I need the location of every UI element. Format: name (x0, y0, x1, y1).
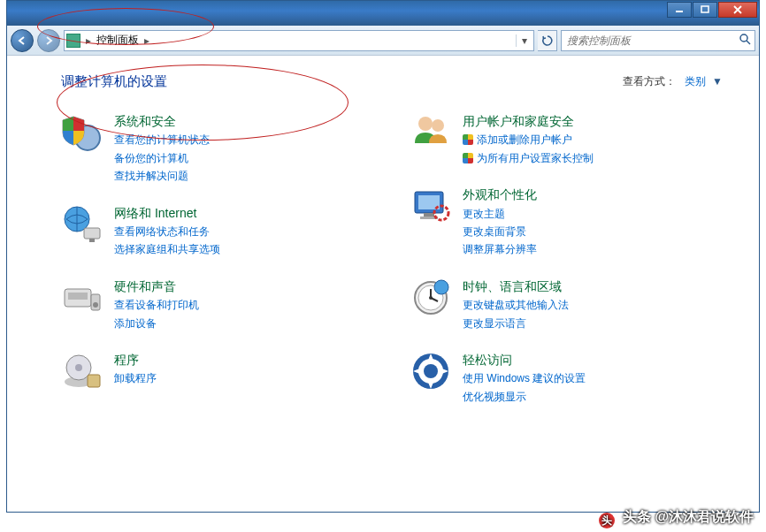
svg-point-2 (740, 34, 747, 42)
category-title[interactable]: 用户帐户和家庭安全 (463, 114, 574, 128)
category-appearance: 外观和个性化更改主题更改桌面背景调整屏幕分辨率 (410, 185, 723, 259)
svg-rect-0 (676, 11, 683, 12)
svg-line-3 (747, 41, 750, 44)
category-link[interactable]: 查看您的计算机状态 (114, 131, 210, 148)
search-box[interactable] (561, 30, 755, 51)
category-link[interactable]: 更改显示语言 (463, 315, 569, 332)
address-dropdown[interactable]: ▾ (516, 34, 532, 47)
view-by-value[interactable]: 类别 (685, 75, 706, 87)
chevron-down-icon[interactable]: ▼ (712, 75, 723, 87)
category-link[interactable]: 查找并解决问题 (114, 167, 210, 185)
breadcrumb-separator[interactable]: ▸ (142, 34, 151, 47)
category-ease-access: 轻松访问使用 Windows 建议的设置优化视频显示 (410, 350, 723, 406)
view-by-label: 查看方式： (623, 75, 676, 87)
ease-access-icon (410, 350, 452, 392)
breadcrumb-root[interactable]: 控制面板 (96, 33, 139, 48)
system-security-icon (61, 111, 103, 154)
category-title[interactable]: 系统和安全 (114, 114, 176, 128)
svg-rect-20 (424, 213, 434, 217)
svg-rect-15 (88, 375, 100, 387)
page-title: 调整计算机的设置 (61, 73, 167, 90)
appearance-icon (410, 185, 452, 227)
svg-point-11 (93, 302, 98, 308)
watermark: 头 头条 @沐沐君说软件 (599, 508, 754, 528)
category-title[interactable]: 硬件和声音 (114, 279, 176, 293)
category-user-accounts: 用户帐户和家庭安全添加或删除用户帐户为所有用户设置家长控制 (410, 111, 723, 167)
category-column-right: 用户帐户和家庭安全添加或删除用户帐户为所有用户设置家长控制外观和个性化更改主题更… (410, 111, 723, 423)
search-input[interactable] (565, 34, 739, 48)
maximize-button[interactable] (693, 2, 717, 18)
svg-rect-6 (84, 228, 100, 239)
close-button[interactable] (718, 2, 757, 18)
watermark-prefix: 头条 (623, 509, 651, 524)
category-link[interactable]: 备份您的计算机 (114, 149, 210, 167)
category-link[interactable]: 卸载程序 (114, 369, 157, 387)
breadcrumb-separator: ▸ (84, 34, 93, 47)
category-link[interactable]: 添加设备 (114, 315, 199, 332)
watermark-handle: @沐沐君说软件 (655, 509, 754, 524)
category-link[interactable]: 为所有用户设置家长控制 (463, 149, 594, 167)
category-system-security: 系统和安全查看您的计算机状态备份您的计算机查找并解决问题 (61, 111, 374, 186)
svg-point-27 (429, 296, 433, 300)
programs-icon (61, 350, 103, 392)
hardware-sound-icon (61, 277, 103, 319)
category-link[interactable]: 使用 Windows 建议的设置 (463, 369, 586, 387)
view-by: 查看方式： 类别 ▼ (623, 74, 723, 89)
category-link[interactable]: 查看网络状态和任务 (114, 223, 220, 240)
svg-rect-1 (701, 6, 709, 12)
titlebar (7, 1, 759, 26)
category-link[interactable]: 更改键盘或其他输入法 (463, 296, 569, 314)
category-column-left: 系统和安全查看您的计算机状态备份您的计算机查找并解决问题网络和 Internet… (61, 111, 374, 423)
category-hardware-sound: 硬件和声音查看设备和打印机添加设备 (61, 277, 374, 332)
forward-button[interactable] (37, 29, 60, 52)
navbar: ▸ 控制面板 ▸ ▾ (7, 26, 759, 56)
category-link[interactable]: 添加或删除用户帐户 (463, 131, 594, 148)
svg-point-28 (434, 280, 448, 294)
svg-rect-7 (89, 239, 95, 242)
category-network-internet: 网络和 Internet查看网络状态和任务选择家庭组和共享选项 (61, 203, 374, 259)
category-clock-lang: 时钟、语言和区域更改键盘或其他输入法更改显示语言 (410, 277, 723, 332)
back-button[interactable] (11, 29, 34, 52)
category-title[interactable]: 时钟、语言和区域 (463, 279, 562, 293)
address-bar[interactable]: ▸ 控制面板 ▸ ▾ (64, 30, 534, 51)
control-panel-icon (66, 34, 80, 48)
content-area: 调整计算机的设置 查看方式： 类别 ▼ 系统和安全查看您的计算机状态备份您的计算… (8, 56, 758, 512)
user-accounts-icon (410, 111, 452, 154)
category-link[interactable]: 选择家庭组和共享选项 (114, 240, 220, 258)
network-internet-icon (61, 203, 103, 246)
category-link[interactable]: 更改主题 (463, 205, 537, 223)
control-panel-window: ▸ 控制面板 ▸ ▾ 调整计算机的设置 查看方式： 类别 ▼ 系统和安全查 (6, 0, 760, 513)
category-title[interactable]: 外观和个性化 (463, 187, 537, 201)
minimize-button[interactable] (667, 2, 692, 18)
category-link[interactable]: 优化视频显示 (463, 388, 586, 406)
toutiao-logo-icon: 头 (599, 513, 615, 528)
svg-point-31 (424, 364, 438, 378)
category-title[interactable]: 网络和 Internet (114, 206, 196, 220)
category-title[interactable]: 轻松访问 (463, 353, 512, 367)
search-icon[interactable] (739, 33, 751, 48)
category-link[interactable]: 更改桌面背景 (463, 223, 537, 240)
category-link[interactable]: 调整屏幕分辨率 (463, 240, 537, 258)
category-link[interactable]: 查看设备和打印机 (114, 296, 199, 314)
svg-rect-9 (68, 293, 88, 300)
svg-point-14 (75, 364, 82, 371)
refresh-button[interactable] (538, 30, 557, 51)
svg-point-17 (432, 119, 444, 132)
svg-point-16 (418, 117, 433, 131)
clock-lang-icon (410, 277, 452, 319)
category-title[interactable]: 程序 (114, 353, 139, 367)
category-programs: 程序卸载程序 (61, 350, 374, 392)
